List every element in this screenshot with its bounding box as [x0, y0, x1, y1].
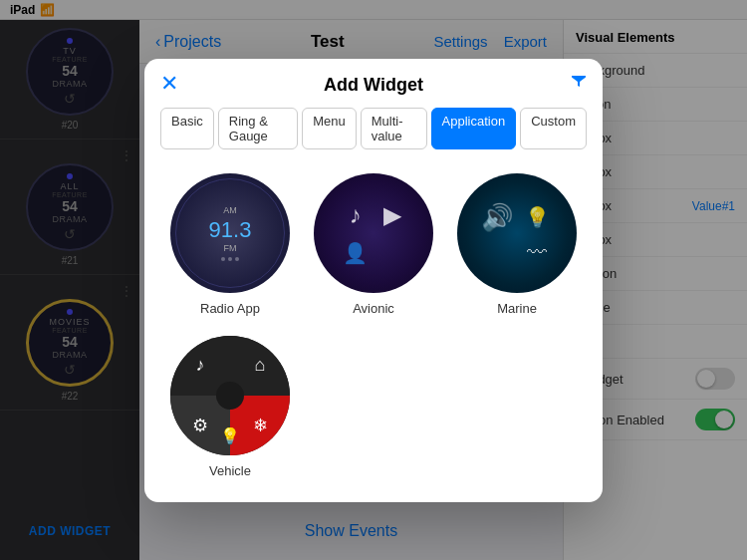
radio-app-card[interactable]: AM 91.3 FM Radio App: [168, 173, 292, 316]
wave-icon: 〰: [527, 241, 547, 264]
marine-card[interactable]: 🔊 💡 〰 Marine: [455, 173, 579, 316]
tab-menu[interactable]: Menu: [302, 108, 357, 149]
tab-multi-value[interactable]: Multi-value: [361, 108, 427, 149]
add-widget-modal: ✕ Add Widget Basic Ring & Gauge Menu Mul…: [144, 59, 603, 502]
film-icon: ▶: [383, 201, 401, 229]
tab-application[interactable]: Application: [431, 108, 517, 149]
avionic-preview: ♪ ▶ 👤: [314, 173, 433, 293]
speaker-icon: 🔊: [481, 202, 513, 233]
modal-title: Add Widget: [324, 75, 423, 96]
vehicle-card[interactable]: ♪ ⌂ ⚙ ❄ 💡 Vehicle: [168, 336, 292, 478]
radio-app-preview: AM 91.3 FM: [170, 173, 290, 293]
tab-basic[interactable]: Basic: [160, 108, 214, 149]
music-note-icon: ♪: [196, 355, 205, 376]
modal-close-button[interactable]: ✕: [160, 73, 178, 95]
wiper-icon: ⌂: [255, 355, 266, 376]
avionic-label: Avionic: [353, 301, 394, 316]
vehicle-center: [216, 382, 244, 410]
modal-header: ✕ Add Widget: [144, 59, 603, 96]
avionic-card[interactable]: ♪ ▶ 👤 Avionic: [312, 173, 435, 316]
tab-custom[interactable]: Custom: [520, 108, 587, 149]
headlight-icon: 💡: [220, 426, 240, 445]
vehicle-preview: ♪ ⌂ ⚙ ❄ 💡: [170, 336, 290, 455]
marine-label: Marine: [497, 301, 537, 316]
person-icon: 👤: [343, 241, 368, 265]
bulb-icon: 💡: [525, 205, 550, 229]
widget-grid: AM 91.3 FM Radio App ♪ ▶: [144, 157, 603, 502]
gear-icon: ⚙: [192, 415, 208, 436]
snowflake-icon: ❄: [253, 415, 268, 436]
tab-ring-gauge[interactable]: Ring & Gauge: [218, 108, 298, 149]
tab-bar: Basic Ring & Gauge Menu Multi-value Appl…: [144, 96, 603, 157]
filter-icon[interactable]: [571, 73, 587, 94]
music-icon: ♪: [350, 201, 362, 229]
modal-overlay[interactable]: ✕ Add Widget Basic Ring & Gauge Menu Mul…: [0, 0, 747, 560]
marine-preview: 🔊 💡 〰: [457, 173, 577, 293]
vehicle-label: Vehicle: [209, 463, 251, 478]
radio-app-label: Radio App: [200, 301, 260, 316]
